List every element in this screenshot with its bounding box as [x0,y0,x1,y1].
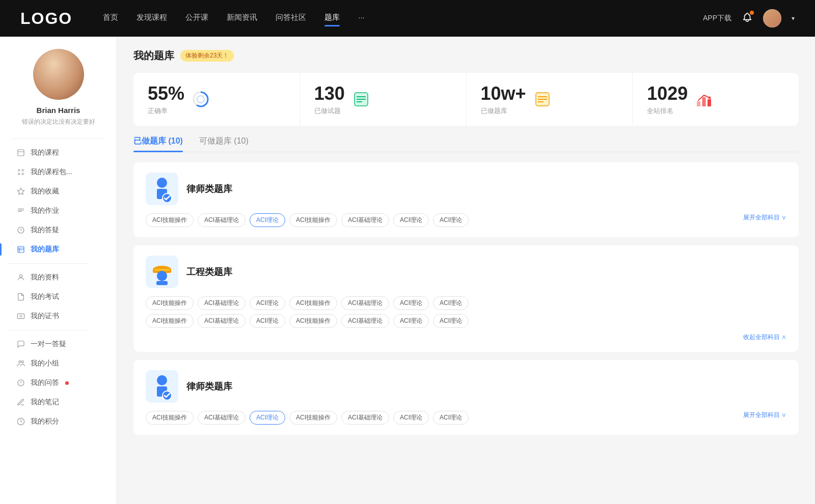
nav-home[interactable]: 首页 [103,13,118,24]
sidebar-item-points[interactable]: 我的积分 [8,412,108,431]
sidebar-item-question-bank[interactable]: 我的题库 [8,240,108,259]
app-download-button[interactable]: APP下载 [703,14,731,23]
sidebar-item-label: 我的题库 [31,245,59,254]
sidebar-item-group[interactable]: 我的小组 [8,354,108,373]
ranking-label: 全站排名 [647,106,688,116]
expand-btn-lawyer-1[interactable]: 展开全部科目 ∨ [743,213,786,222]
tags-row-engineer-2: ACI技能操作 ACI基础理论 ACI理论 ACI技能操作 ACI基础理论 AC… [146,314,786,328]
bank-title-engineer: 工程类题库 [186,266,232,278]
svg-point-33 [157,178,167,188]
tag-lawyer-1-3[interactable]: ACI技能操作 [289,213,337,227]
tag-lawyer-2-0[interactable]: ACI技能操作 [146,411,194,425]
accuracy-number: 55% [148,83,184,104]
expand-btn-lawyer-2[interactable]: 展开全部科目 ∨ [743,411,786,419]
sidebar-item-my-courses[interactable]: 我的课程 [8,143,108,162]
tag-eng-1-6[interactable]: ACI理论 [433,296,469,310]
tag-lawyer-1-6[interactable]: ACI理论 [433,213,469,227]
tag-lawyer-2-3[interactable]: ACI技能操作 [289,411,337,425]
sidebar-item-label: 我的小组 [31,359,59,368]
nav-qa[interactable]: 问答社区 [276,13,306,24]
tag-eng-2-5[interactable]: ACI理论 [393,314,429,328]
bank-card-engineer: 工程类题库 ACI技能操作 ACI基础理论 ACI理论 ACI技能操作 ACI基… [133,245,799,352]
navbar: LOGO 首页 发现课程 公开课 新闻资讯 问答社区 题库 ··· APP下载 … [0,0,815,37]
nav-more[interactable]: ··· [358,13,365,24]
sidebar-menu: 我的课程 我的课程包... 我的收藏 我的作业 [0,143,117,431]
tag-eng-2-1[interactable]: ACI基础理论 [198,314,246,328]
nav-discover[interactable]: 发现课程 [137,13,167,24]
sidebar-item-homework[interactable]: 我的作业 [8,201,108,220]
sidebar-item-label: 我的证书 [31,312,59,321]
tag-eng-2-6[interactable]: ACI理论 [433,314,469,328]
tag-lawyer-2-5[interactable]: ACI理论 [393,411,429,425]
svg-point-20 [197,96,204,103]
sidebar-divider-mid [8,263,89,264]
tag-lawyer-2-4[interactable]: ACI基础理论 [341,411,389,425]
done-banks-icon [533,90,552,108]
tag-lawyer-2-1[interactable]: ACI基础理论 [198,411,246,425]
tag-eng-1-5[interactable]: ACI理论 [393,296,429,310]
done-banks-label: 已做题库 [481,106,526,116]
stat-done-banks: 10w+ 已做题库 [467,73,633,126]
tag-lawyer-1-4[interactable]: ACI基础理论 [341,213,389,227]
sidebar-item-label: 我的问答 [31,378,59,387]
tag-eng-1-2[interactable]: ACI理论 [250,296,285,310]
profile-avatar[interactable] [33,49,84,100]
tag-lawyer-2-2[interactable]: ACI理论 [250,411,285,425]
notification-red-dot [65,381,69,385]
qa-icon [16,226,25,235]
sidebar-item-favorites[interactable]: 我的收藏 [8,182,108,201]
tag-lawyer-1-2[interactable]: ACI理论 [250,213,285,227]
tag-eng-1-1[interactable]: ACI基础理论 [198,296,246,310]
sidebar-item-qa[interactable]: 我的答疑 [8,220,108,240]
bank-tags-section-lawyer-2: ACI技能操作 ACI基础理论 ACI理论 ACI技能操作 ACI基础理论 AC… [146,411,786,425]
notification-dot [750,11,754,15]
svg-point-16 [21,361,23,363]
bank-card-lawyer-1: 律师类题库 ACI技能操作 ACI基础理论 ACI理论 ACI技能操作 ACI基… [133,162,799,237]
user-avatar-nav[interactable] [763,9,781,27]
tag-eng-1-3[interactable]: ACI技能操作 [289,296,337,310]
stat-ranking-value: 1029 全站排名 [647,83,688,116]
svg-rect-30 [702,97,706,106]
sidebar-item-profile[interactable]: 我的资料 [8,268,108,287]
svg-rect-8 [18,246,24,253]
logo[interactable]: LOGO [20,9,72,28]
my-qa-icon [16,378,25,387]
tag-lawyer-1-5[interactable]: ACI理论 [393,213,429,227]
stat-done-questions: 130 已做试题 [300,73,467,126]
tag-eng-1-0[interactable]: ACI技能操作 [146,296,194,310]
nav-question-bank[interactable]: 题库 [324,13,340,24]
sidebar-item-label: 我的作业 [31,206,59,215]
tag-lawyer-2-6[interactable]: ACI理论 [433,411,469,425]
ranking-number: 1029 [647,83,688,104]
stat-ranking: 1029 全站排名 [633,73,799,126]
tag-lawyer-1-0[interactable]: ACI技能操作 [146,213,194,227]
notification-bell[interactable] [742,12,753,25]
sidebar-item-certificate[interactable]: 我的证书 [8,306,108,326]
bank-icon-lawyer [146,173,178,205]
collapse-btn-engineer[interactable]: 收起全部科目 ∧ [743,333,786,341]
nav-news[interactable]: 新闻资讯 [227,13,257,24]
tag-lawyer-1-1[interactable]: ACI基础理论 [198,213,246,227]
sidebar-item-label: 一对一答疑 [31,340,66,349]
course-packages-icon [16,167,25,177]
tag-eng-2-4[interactable]: ACI基础理论 [341,314,389,328]
bank-card-engineer-header: 工程类题库 [146,256,786,288]
sidebar-item-one-on-one[interactable]: 一对一答疑 [8,334,108,354]
sidebar-item-notes[interactable]: 我的笔记 [8,393,108,412]
sidebar-item-label: 我的积分 [31,417,59,426]
tab-done-banks[interactable]: 已做题库 (10) [133,136,183,152]
tab-available-banks[interactable]: 可做题库 (10) [199,136,249,152]
page-title: 我的题库 [133,49,174,63]
stat-done-questions-value: 130 已做试题 [314,83,345,116]
sidebar-item-exam[interactable]: 我的考试 [8,287,108,306]
tag-eng-2-0[interactable]: ACI技能操作 [146,314,194,328]
nav-open-course[interactable]: 公开课 [185,13,208,24]
sidebar-item-label: 我的答疑 [31,226,59,235]
sidebar-item-course-packages[interactable]: 我的课程包... [8,162,108,182]
tag-eng-2-3[interactable]: ACI技能操作 [289,314,337,328]
tag-eng-1-4[interactable]: ACI基础理论 [341,296,389,310]
sidebar-item-my-qa[interactable]: 我的问答 [8,373,108,393]
tags-row-lawyer-1: ACI技能操作 ACI基础理论 ACI理论 ACI技能操作 ACI基础理论 AC… [146,213,739,227]
tag-eng-2-2[interactable]: ACI理论 [250,314,285,328]
user-menu-chevron[interactable]: ▾ [792,15,795,22]
